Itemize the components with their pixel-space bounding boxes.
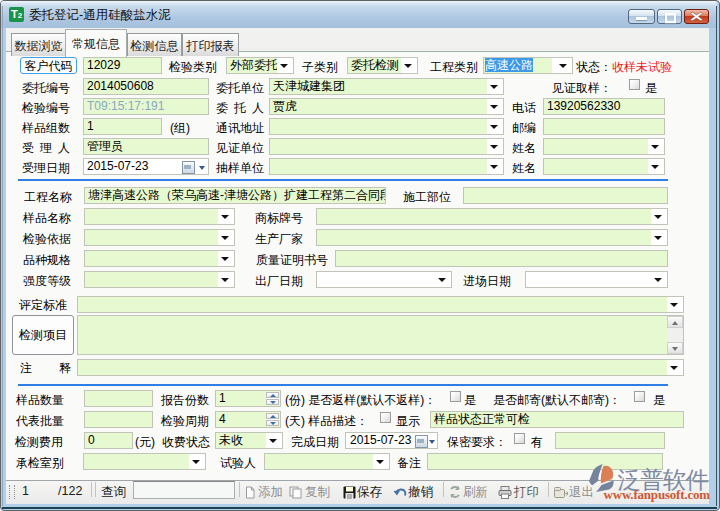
svg-text:www.fanpusoft.com: www.fanpusoft.com — [604, 487, 711, 502]
